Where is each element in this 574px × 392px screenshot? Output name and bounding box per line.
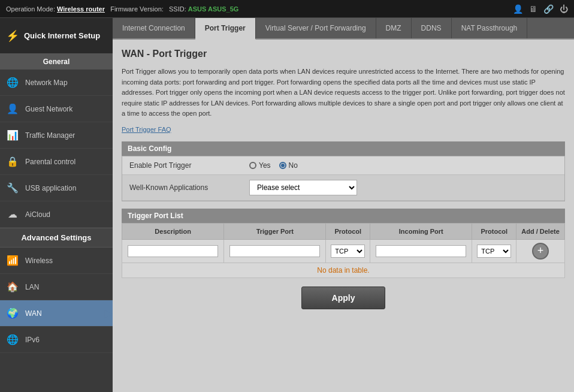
aicloud-icon: ☁ [6,209,19,220]
ssid-value: ASUS ASUS_5G [188,5,239,13]
sidebar-item-parental-control-label: Parental control [25,158,75,166]
tab-nat-passthrough[interactable]: NAT Passthrough [452,18,528,38]
ssid-label: SSID: [169,5,186,13]
enable-port-trigger-value: Yes No [249,161,557,170]
trigger-port-list-section: Trigger Port List Description Trigger Po… [122,209,565,278]
apply-row: Apply [122,287,565,309]
quick-setup-label: Quick Internet Setup [24,31,100,40]
radio-yes[interactable]: Yes [249,161,271,170]
main-content: Internet Connection Port Trigger Virtual… [113,18,574,392]
radio-no-label: No [289,161,298,170]
wan-icon: 🌍 [6,307,19,319]
radio-yes-label: Yes [259,161,271,170]
radio-group-enable: Yes No [249,161,298,170]
input-protocol1-cell: TCP UDP BOTH [326,239,370,263]
tab-ddns[interactable]: DDNS [412,18,452,38]
firmware-label: Firmware Version: [110,5,164,13]
network-map-icon: 🌐 [6,77,19,88]
radio-yes-dot [249,162,256,169]
content-area: WAN - Port Trigger Port Trigger allows y… [113,40,574,392]
sidebar-item-wireless[interactable]: 📶 Wireless [0,248,113,274]
sidebar: ⚡ Quick Internet Setup General 🌐 Network… [0,18,113,392]
apply-button[interactable]: Apply [301,287,386,309]
operation-mode-value: Wireless router [57,5,105,13]
sidebar-item-wan[interactable]: 🌍 WAN [0,300,113,327]
input-description-cell [122,239,224,263]
input-trigger-port[interactable] [229,245,320,257]
sidebar-item-ipv6-label: IPv6 [25,336,40,344]
sidebar-item-ipv6[interactable]: 🌐 IPv6 [0,327,113,353]
tab-dmz[interactable]: DMZ [376,18,412,38]
col-trigger-port: Trigger Port [224,223,326,239]
enable-port-trigger-label: Enable Port Trigger [129,161,249,170]
topbar-icons: 👤 🖥 🔗 ⏻ [513,4,568,14]
input-protocol2-cell: TCP UDP BOTH [472,239,516,263]
sidebar-item-traffic-manager[interactable]: 📊 Traffic Manager [0,122,113,149]
tab-virtual-server[interactable]: Virtual Server / Port Forwarding [256,18,376,38]
radio-no[interactable]: No [279,161,298,170]
sidebar-item-lan-label: LAN [25,283,39,291]
topbar: Operation Mode: Wireless router Firmware… [0,0,574,18]
add-button[interactable]: + [532,243,549,260]
sidebar-item-network-map[interactable]: 🌐 Network Map [0,70,113,96]
col-protocol-1: Protocol [326,223,370,239]
sidebar-item-guest-network-label: Guest Network [25,105,72,113]
sidebar-item-lan[interactable]: 🏠 LAN [0,274,113,300]
col-incoming-port: Incoming Port [370,223,472,239]
tab-internet-connection[interactable]: Internet Connection [113,18,195,38]
quick-setup-header[interactable]: ⚡ Quick Internet Setup [0,18,113,54]
col-add-delete: Add / Delete [516,223,565,239]
col-description: Description [122,223,224,239]
tab-port-trigger[interactable]: Port Trigger [195,18,256,40]
well-known-apps-select[interactable]: Please select [249,180,357,195]
col-protocol-2: Protocol [472,223,516,239]
sidebar-item-guest-network[interactable]: 👤 Guest Network [0,96,113,122]
advanced-settings-label: Advanced Settings [0,228,113,248]
guest-network-icon: 👤 [6,103,19,114]
no-data-row: No data in table. [122,263,565,278]
protocol1-select[interactable]: TCP UDP BOTH [331,245,365,258]
tabbar: Internet Connection Port Trigger Virtual… [113,18,574,40]
description-text: Port Trigger allows you to temporarily o… [122,67,565,119]
traffic-manager-icon: 📊 [6,129,19,141]
screen-icon[interactable]: 🖥 [529,4,537,14]
sidebar-item-network-map-label: Network Map [25,79,68,87]
trigger-list-header: Trigger Port List [122,209,565,223]
parental-control-icon: 🔒 [6,156,19,167]
no-data-message: No data in table. [122,263,565,278]
input-incoming-port[interactable] [376,245,466,257]
input-incoming-port-cell [370,239,472,263]
operation-mode-label: Operation Mode: [6,5,55,13]
faq-link[interactable]: Port Trigger FAQ [122,126,171,133]
page-title: WAN - Port Trigger [122,49,565,59]
well-known-apps-value: Please select [249,180,557,195]
usb-application-icon: 🔧 [6,182,19,194]
basic-config-header: Basic Config [122,141,565,156]
share-icon[interactable]: 🔗 [543,4,554,14]
well-known-apps-row: Well-Known Applications Please select [122,175,564,201]
sidebar-item-aicloud-label: AiCloud [25,210,50,219]
radio-no-dot [279,162,286,169]
sidebar-item-usb-application[interactable]: 🔧 USB application [0,175,113,201]
basic-config-table: Enable Port Trigger Yes No [122,156,565,201]
power-icon[interactable]: ⏻ [560,4,568,14]
sidebar-item-aicloud[interactable]: ☁ AiCloud [0,201,113,228]
protocol2-select[interactable]: TCP UDP BOTH [477,245,511,258]
table-input-row: TCP UDP BOTH TCP [122,239,565,263]
sidebar-item-traffic-manager-label: Traffic Manager [25,131,75,140]
person-icon[interactable]: 👤 [513,4,523,14]
enable-port-trigger-row: Enable Port Trigger Yes No [122,156,564,175]
trigger-table: Description Trigger Port Protocol Incomi… [122,223,565,278]
sidebar-item-parental-control[interactable]: 🔒 Parental control [0,149,113,175]
general-section-label: General [0,54,113,70]
wireless-icon: 📶 [6,255,19,266]
well-known-apps-label: Well-Known Applications [129,183,249,192]
sidebar-item-wan-label: WAN [25,309,42,318]
ipv6-icon: 🌐 [6,334,19,345]
input-description[interactable] [128,245,218,257]
add-delete-cell: + [516,239,565,263]
sidebar-item-usb-application-label: USB application [25,184,76,192]
input-trigger-port-cell [224,239,326,263]
lan-icon: 🏠 [6,281,19,293]
sidebar-item-wireless-label: Wireless [25,257,53,265]
